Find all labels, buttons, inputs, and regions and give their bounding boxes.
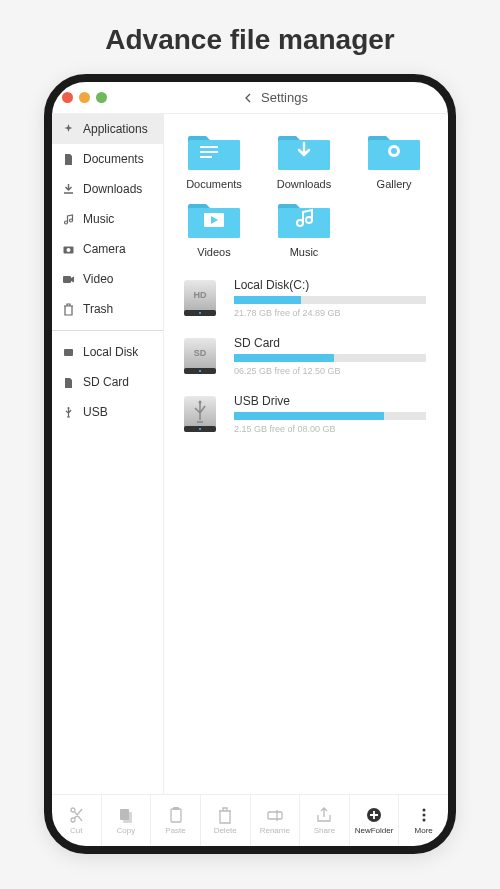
chevron-left-icon [243, 93, 253, 103]
sidebar-item-video[interactable]: Video [52, 264, 163, 294]
sidebar-divider [52, 330, 163, 331]
drive-name: USB Drive [234, 394, 426, 408]
sidebar-item-label: Music [83, 212, 114, 226]
svg-text:SD: SD [194, 348, 207, 358]
camera-icon [62, 243, 75, 256]
svg-rect-7 [200, 156, 212, 158]
drive-name: Local Disk(C:) [234, 278, 426, 292]
svg-point-21 [199, 428, 201, 430]
folder-music[interactable]: Music [262, 196, 346, 258]
cut-icon [67, 806, 85, 824]
toolbar-newfolder-button[interactable]: NewFolder [350, 795, 400, 846]
svg-rect-6 [200, 151, 218, 153]
sidebar-item-label: Camera [83, 242, 126, 256]
toolbar-label: Share [314, 826, 335, 835]
folder-grid: DocumentsDownloadsGalleryVideosMusic [172, 128, 440, 258]
drive-icon: HD [180, 276, 220, 320]
svg-point-4 [68, 407, 70, 409]
toolbar-label: Cut [70, 826, 82, 835]
toolbar-label: More [415, 826, 433, 835]
drive-usage-bar [234, 412, 426, 420]
drive-sd-card[interactable]: SDSD Card06.25 GB free of 12.50 GB [180, 334, 440, 378]
sidebar-item-applications[interactable]: Applications [52, 114, 163, 144]
svg-rect-26 [173, 807, 179, 810]
folder-icon [276, 128, 332, 172]
delete-icon [216, 806, 234, 824]
toolbar-more-button[interactable]: More [399, 795, 448, 846]
folder-icon [186, 128, 242, 172]
video-icon [62, 273, 75, 286]
toolbar-delete-button[interactable]: Delete [201, 795, 251, 846]
svg-point-1 [67, 248, 71, 252]
sidebar-item-label: Applications [83, 122, 148, 136]
bottom-toolbar: CutCopyPasteDeleteRenameShareNewFolderMo… [52, 794, 448, 846]
sidebar-item-label: Trash [83, 302, 113, 316]
sidebar-item-usb[interactable]: USB [52, 397, 163, 427]
folder-gallery[interactable]: Gallery [352, 128, 436, 190]
drive-icon: SD [180, 334, 220, 378]
sidebar-item-sd-card[interactable]: SD Card [52, 367, 163, 397]
drives-list: HDLocal Disk(C:)21.78 GB free of 24.89 G… [172, 276, 440, 436]
svg-rect-25 [171, 809, 181, 822]
svg-point-13 [199, 312, 201, 314]
drive-usb-drive[interactable]: USB Drive2.15 GB free of 08.00 GB [180, 392, 440, 436]
svg-rect-24 [123, 812, 132, 823]
folder-downloads[interactable]: Downloads [262, 128, 346, 190]
close-icon[interactable] [62, 92, 73, 103]
sidebar-item-documents[interactable]: Documents [52, 144, 163, 174]
folder-documents[interactable]: Documents [172, 128, 256, 190]
svg-point-31 [422, 819, 425, 822]
folder-label: Documents [186, 178, 242, 190]
folder-icon [366, 128, 422, 172]
minimize-icon[interactable] [79, 92, 90, 103]
window-controls: Settings [52, 82, 448, 114]
sidebar-item-music[interactable]: Music [52, 204, 163, 234]
folder-icon [186, 196, 242, 240]
download-icon [62, 183, 75, 196]
drive-info: USB Drive2.15 GB free of 08.00 GB [234, 394, 440, 434]
svg-text:HD: HD [194, 290, 207, 300]
svg-point-30 [422, 814, 425, 817]
toolbar-rename-button[interactable]: Rename [251, 795, 301, 846]
sidebar-item-label: SD Card [83, 375, 129, 389]
toolbar-share-button[interactable]: Share [300, 795, 350, 846]
toolbar-copy-button[interactable]: Copy [102, 795, 152, 846]
sidebar-item-local-disk[interactable]: Local Disk [52, 337, 163, 367]
sparkle-icon [62, 123, 75, 136]
drive-free-text: 2.15 GB free of 08.00 GB [234, 424, 426, 434]
drive-icon [180, 392, 220, 436]
sidebar-item-label: Documents [83, 152, 144, 166]
music-icon [62, 213, 75, 226]
folder-label: Gallery [377, 178, 412, 190]
svg-rect-3 [64, 349, 73, 356]
drive-local-disk-c--[interactable]: HDLocal Disk(C:)21.78 GB free of 24.89 G… [180, 276, 440, 320]
sidebar-item-label: Downloads [83, 182, 142, 196]
toolbar-paste-button[interactable]: Paste [151, 795, 201, 846]
topbar-title: Settings [261, 90, 308, 105]
drive-usage-bar [234, 296, 426, 304]
svg-point-22 [199, 401, 202, 404]
svg-point-29 [422, 809, 425, 812]
folder-label: Downloads [277, 178, 331, 190]
share-icon [315, 806, 333, 824]
toolbar-label: Rename [260, 826, 290, 835]
folder-label: Videos [197, 246, 230, 258]
sidebar-item-downloads[interactable]: Downloads [52, 174, 163, 204]
maximize-icon[interactable] [96, 92, 107, 103]
newfolder-icon [365, 806, 383, 824]
drive-free-text: 06.25 GB free of 12.50 GB [234, 366, 426, 376]
rename-icon [266, 806, 284, 824]
folder-icon [276, 196, 332, 240]
toolbar-cut-button[interactable]: Cut [52, 795, 102, 846]
back-button[interactable]: Settings [113, 90, 438, 105]
main-content: DocumentsDownloadsGalleryVideosMusic HDL… [164, 114, 448, 794]
phone-frame: Settings ApplicationsDocumentsDownloadsM… [44, 74, 456, 854]
folder-videos[interactable]: Videos [172, 196, 256, 258]
drive-free-text: 21.78 GB free of 24.89 GB [234, 308, 426, 318]
page-title: Advance file manager [0, 0, 500, 74]
sidebar-item-camera[interactable]: Camera [52, 234, 163, 264]
more-icon [415, 806, 433, 824]
drive-info: Local Disk(C:)21.78 GB free of 24.89 GB [234, 278, 440, 318]
svg-point-9 [391, 148, 397, 154]
sidebar-item-trash[interactable]: Trash [52, 294, 163, 324]
